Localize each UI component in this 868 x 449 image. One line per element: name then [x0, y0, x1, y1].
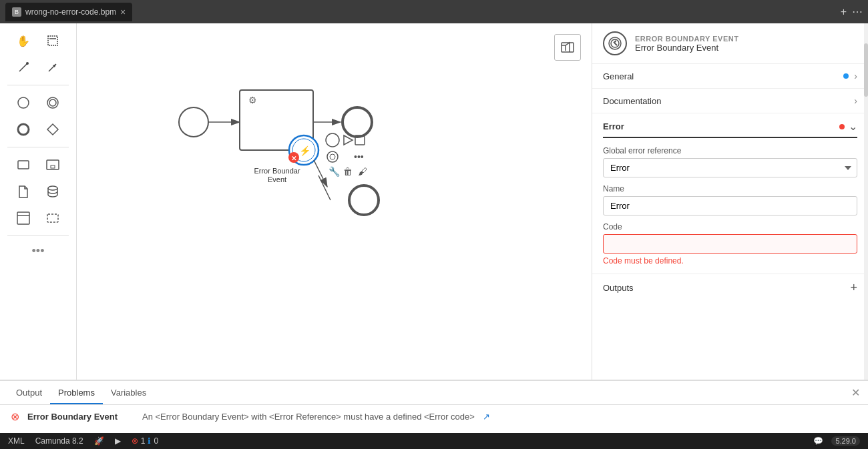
svg-line-41	[318, 175, 331, 200]
external-link-button[interactable]: ↗	[483, 412, 490, 422]
bottom-area: Output Problems Variables ✕ ⊗ Error Boun…	[0, 380, 868, 433]
panel-header-text: ERROR BOUNDARY EVENT Error Boundary Even…	[635, 35, 738, 53]
svg-text:Error Boundar: Error Boundar	[254, 167, 300, 175]
panel-scrollbar[interactable]	[864, 23, 868, 380]
svg-line-2	[19, 63, 27, 71]
database-button[interactable]	[39, 179, 66, 203]
svg-point-8	[49, 99, 56, 106]
frame-button[interactable]	[10, 206, 37, 230]
sidebar-toolbar: ✋	[0, 23, 77, 380]
documentation-section-header[interactable]: Documentation ›	[592, 89, 868, 113]
title-bar: B wrong-no-error-code.bpm × + ⋯	[0, 0, 868, 23]
bottom-panel-close-button[interactable]: ✕	[851, 386, 860, 399]
circle-outline-button[interactable]	[10, 91, 37, 115]
error-count-badge: ⊗ 1 ℹ 0	[132, 436, 158, 446]
svg-rect-11	[18, 161, 29, 169]
error-collapse-arrow[interactable]: ⌄	[849, 120, 857, 133]
tool-divider-1	[7, 85, 68, 85]
comment-button[interactable]: 💬	[813, 436, 823, 446]
svg-text:Event: Event	[268, 175, 286, 183]
new-tab-button[interactable]: +	[841, 6, 847, 18]
play-button[interactable]: ▶	[115, 436, 121, 446]
svg-rect-15	[17, 212, 29, 224]
svg-rect-13	[51, 165, 55, 168]
arrow-tool-button[interactable]	[39, 55, 66, 79]
title-bar-right: + ⋯	[841, 5, 863, 18]
tool-row-2	[10, 55, 66, 79]
panel-subtitle: Error Boundary Event	[635, 43, 738, 53]
more-tools-button[interactable]: •••	[32, 244, 45, 258]
svg-point-9	[18, 124, 29, 135]
error-dot	[839, 124, 845, 129]
tool-row-7	[10, 206, 66, 230]
documentation-section-title: Documentation	[603, 96, 661, 106]
output-tab[interactable]: Output	[8, 382, 50, 404]
version-badge: 5.29.0	[831, 436, 860, 446]
problem-row: ⊗ Error Boundary Event An <Error Boundar…	[0, 405, 868, 428]
diamond-button[interactable]	[39, 117, 66, 141]
tool-row-4	[10, 117, 66, 141]
main-area: ✋	[0, 23, 868, 380]
more-button[interactable]: ⋯	[852, 5, 863, 18]
rectangle-button[interactable]	[10, 153, 37, 177]
name-input[interactable]	[603, 196, 857, 215]
general-section-header[interactable]: General ›	[592, 64, 868, 88]
svg-point-6	[18, 97, 29, 108]
svg-text:•••: •••	[354, 151, 364, 162]
tool-row-3	[10, 91, 66, 115]
connect-tool-button[interactable]	[10, 55, 37, 79]
svg-text:🗑: 🗑	[343, 166, 353, 177]
outputs-title: Outputs	[603, 283, 634, 293]
variables-tab[interactable]: Variables	[103, 382, 154, 404]
active-tab[interactable]: B wrong-no-error-code.bpm ×	[5, 3, 132, 21]
error-count: 1	[141, 436, 146, 446]
code-error-message: Code must be defined.	[603, 256, 857, 266]
svg-text:⚡: ⚡	[299, 145, 311, 157]
problem-description: An <Error Boundary Event> with <Error Re…	[142, 412, 475, 422]
bpmn-diagram: ⚙ ⚡ ✕ Error Boundar Event	[77, 23, 584, 310]
subprocess-button[interactable]	[39, 153, 66, 177]
error-section-content: Error ⌄ Global error reference Error Nam…	[592, 113, 868, 274]
tool-row-5	[10, 153, 66, 177]
code-input[interactable]	[603, 234, 857, 254]
global-error-ref-label: Global error reference	[603, 146, 857, 155]
documentation-section: Documentation ›	[592, 89, 868, 113]
svg-point-34	[327, 151, 338, 162]
info-icon: ℹ	[148, 436, 151, 446]
svg-point-31	[326, 133, 339, 147]
hand-tool-button[interactable]: ✋	[10, 29, 37, 53]
code-label: Code	[603, 222, 857, 232]
global-error-ref-select[interactable]: Error	[603, 158, 857, 177]
deploy-button[interactable]: 🚀	[94, 436, 104, 446]
panel-title: ERROR BOUNDARY EVENT	[635, 35, 738, 43]
svg-point-35	[330, 154, 335, 159]
dashed-rect-button[interactable]	[39, 206, 66, 230]
svg-line-47	[614, 43, 617, 45]
map-button[interactable]	[554, 34, 581, 61]
document-button[interactable]	[10, 179, 37, 203]
svg-marker-10	[47, 124, 58, 135]
scrollbar-thumb[interactable]	[864, 43, 868, 97]
svg-text:🖌: 🖌	[358, 166, 367, 177]
svg-rect-0	[48, 36, 57, 45]
general-dot	[843, 73, 849, 79]
tool-divider-2	[7, 147, 68, 147]
svg-point-23	[343, 107, 372, 137]
tab-close-button[interactable]: ×	[120, 7, 126, 17]
outputs-add-button[interactable]: +	[850, 281, 857, 295]
thick-circle-button[interactable]	[10, 117, 37, 141]
canvas-area[interactable]: ⚙ ⚡ ✕ Error Boundar Event	[77, 23, 592, 380]
problem-error-icon: ⊗	[11, 410, 19, 423]
svg-point-18	[179, 107, 208, 137]
error-section-header: Error ⌄	[603, 113, 857, 138]
name-label: Name	[603, 184, 857, 193]
svg-rect-17	[47, 214, 58, 222]
bottom-tabs: Output Problems Variables ✕	[0, 381, 868, 405]
problems-tab[interactable]: Problems	[50, 382, 103, 404]
tool-divider-3	[7, 236, 68, 236]
xml-label: XML	[8, 436, 25, 446]
circle-double-button[interactable]	[39, 91, 66, 115]
svg-point-3	[26, 62, 29, 65]
tool-row-6	[10, 179, 66, 203]
lasso-tool-button[interactable]	[39, 29, 66, 53]
